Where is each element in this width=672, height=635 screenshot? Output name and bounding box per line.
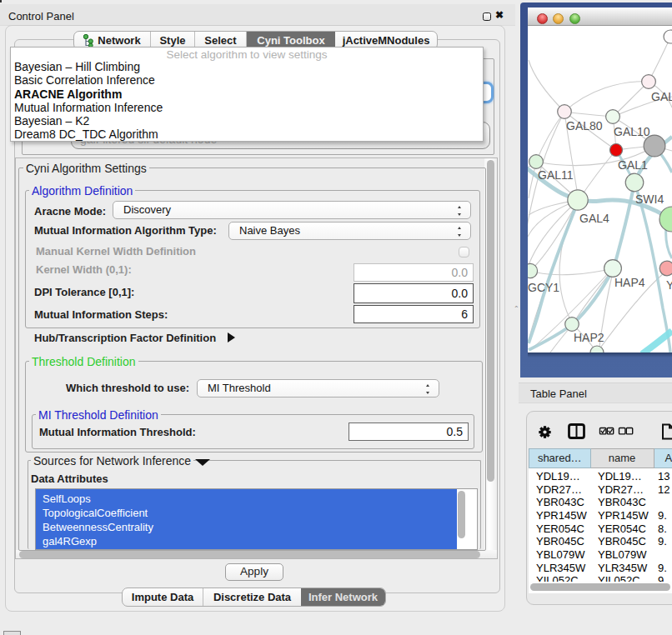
svg-text:SWI4: SWI4 — [635, 192, 664, 206]
svg-text:GCY1: GCY1 — [528, 281, 559, 294]
svg-text:GAL10: GAL10 — [614, 125, 650, 138]
svg-text:HAP4: HAP4 — [614, 276, 645, 289]
svg-text:GAL: GAL — [651, 90, 672, 103]
svg-text:HAP2: HAP2 — [574, 331, 604, 344]
svg-text:GAL80: GAL80 — [566, 119, 603, 132]
svg-text:Y: Y — [666, 278, 672, 292]
svg-text:GAL4: GAL4 — [579, 212, 609, 225]
svg-text:GAL11: GAL11 — [538, 168, 574, 182]
svg-text:GAL1: GAL1 — [618, 158, 648, 172]
